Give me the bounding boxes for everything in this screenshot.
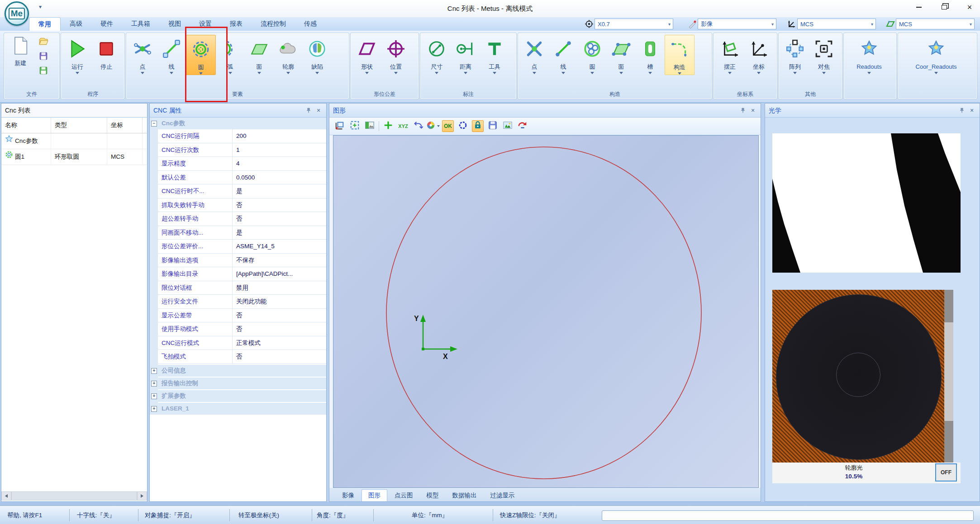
graphics-tab-item[interactable]: 数据输出 <box>446 490 483 501</box>
column-header[interactable]: 类型 <box>51 118 107 133</box>
property-row[interactable]: 超公差转手动否 <box>158 212 326 226</box>
confirm-ok-button[interactable]: OK <box>442 120 454 132</box>
construct-point-button[interactable]: 点 <box>520 35 549 75</box>
defect-feature-button[interactable]: 缺陷 <box>303 35 332 75</box>
coor-readouts-button[interactable]: Coor_Readouts <box>900 35 972 74</box>
dropdown-arrow-icon[interactable] <box>141 72 144 74</box>
line-feature-button[interactable]: 线 <box>157 35 186 75</box>
graphics-tab-item[interactable]: 点云图 <box>388 490 419 501</box>
minimize-button[interactable] <box>912 2 926 13</box>
table-row[interactable]: 圆1环形取圆MCS <box>1 149 147 165</box>
property-row[interactable]: 运行安全文件关闭此功能 <box>158 295 326 309</box>
status-crosshair-toggle[interactable]: 十字线:『关』 <box>77 506 115 524</box>
lock-view-button[interactable] <box>472 120 484 132</box>
open-file-button[interactable] <box>38 37 49 48</box>
coordinate-button[interactable]: 坐标 <box>744 35 773 74</box>
hscroll-thumb[interactable] <box>11 491 137 500</box>
column-header[interactable]: 坐标 <box>107 118 143 133</box>
xyz-readout-button[interactable]: XYZ <box>397 120 409 132</box>
dropdown-arrow-icon[interactable] <box>678 72 681 75</box>
tool-button[interactable]: 工具 <box>480 35 509 74</box>
cnc-list-hscrollbar[interactable] <box>1 491 147 500</box>
property-row[interactable]: CNC运行模式正常模式 <box>158 336 326 350</box>
property-row[interactable]: 限位对话框禁用 <box>158 281 326 295</box>
dropdown-arrow-icon[interactable] <box>435 72 438 74</box>
expand-icon[interactable]: + <box>151 381 157 387</box>
save-all-button[interactable] <box>38 66 49 77</box>
ribbon-tab[interactable]: 流程控制 <box>252 17 295 31</box>
save-file-button[interactable] <box>38 51 49 63</box>
dropdown-arrow-icon[interactable] <box>76 72 79 74</box>
ribbon-tab[interactable]: 传感 <box>295 17 326 31</box>
expand-icon[interactable]: + <box>151 368 157 374</box>
property-collapsed-section[interactable]: +公司信息 <box>150 365 326 377</box>
scene-view-button[interactable] <box>502 120 514 132</box>
collapse-icon[interactable]: − <box>151 121 157 127</box>
view-image-button[interactable] <box>364 120 376 132</box>
zoom-extents-button[interactable] <box>349 120 361 132</box>
dropdown-arrow-icon[interactable] <box>648 72 652 74</box>
dropdown-arrow-icon[interactable] <box>286 72 290 74</box>
graphics-tab-item[interactable]: 模型 <box>420 490 445 501</box>
add-cross-button[interactable] <box>382 120 394 132</box>
machine-coordinate-combo-box[interactable]: MCS▾ <box>797 19 876 29</box>
graphics-tab-active[interactable]: 图形 <box>362 489 387 501</box>
expand-icon[interactable]: + <box>151 393 157 399</box>
vscroll-thumb-top[interactable] <box>944 290 953 322</box>
array-pattern-button[interactable]: 阵列 <box>780 35 809 74</box>
panel-close-icon[interactable]: × <box>968 106 976 114</box>
property-row[interactable]: 使用手动模式否 <box>158 322 326 336</box>
new-file-button[interactable]: 新建 <box>8 36 33 67</box>
redo-arrow-button[interactable] <box>517 120 528 132</box>
run-button[interactable]: 运行 <box>63 35 92 74</box>
construct-circle-button[interactable]: 圆 <box>578 35 607 75</box>
dropdown-arrow-icon[interactable] <box>170 72 173 74</box>
property-collapsed-section[interactable]: +报告输出控制 <box>150 378 326 389</box>
ribbon-tab[interactable]: 工具箱 <box>122 17 159 31</box>
color-picker-button[interactable] <box>427 120 439 132</box>
property-row[interactable]: 影像输出选项不保存 <box>158 254 326 268</box>
column-header[interactable]: 名称 <box>1 118 51 133</box>
dropdown-arrow-icon[interactable] <box>728 72 732 74</box>
app-logo[interactable]: Me <box>5 1 29 26</box>
status-length-unit[interactable]: 单位:『mm』 <box>412 506 448 524</box>
plane-feature-button[interactable]: 面 <box>245 35 274 75</box>
contour-feature-button[interactable]: 轮廓 <box>274 35 303 75</box>
property-row[interactable]: CNC运行次数1 <box>158 143 326 157</box>
status-object-snap-toggle[interactable]: 对象捕捉:『开启』 <box>145 506 195 524</box>
status-angle-unit[interactable]: 角度:『度』 <box>317 506 349 524</box>
construct-generic-button[interactable]: 构造 <box>665 35 695 75</box>
graphics-tab-item[interactable]: 过滤显示 <box>484 490 521 501</box>
light-off-button[interactable]: OFF <box>935 463 957 482</box>
point-feature-button[interactable]: 点 <box>128 35 157 75</box>
pin-icon[interactable] <box>739 106 747 114</box>
dropdown-arrow-icon[interactable] <box>757 72 761 74</box>
property-row[interactable]: 显示公差带否 <box>158 309 326 323</box>
construct-plane-button[interactable]: 面 <box>607 35 636 75</box>
pin-icon[interactable] <box>304 106 313 114</box>
dimension-button[interactable]: 尺寸 <box>422 35 451 74</box>
stop-button[interactable]: 停止 <box>92 35 121 74</box>
ribbon-tab[interactable]: 常用 <box>29 17 61 31</box>
construct-line-button[interactable]: 线 <box>549 35 578 75</box>
zoom-region-button[interactable] <box>334 120 346 132</box>
dropdown-arrow-icon[interactable] <box>619 72 623 74</box>
camera-vscrollbar[interactable] <box>944 290 953 463</box>
dropdown-arrow-icon[interactable] <box>257 72 261 74</box>
dropdown-arrow-icon[interactable] <box>228 72 232 74</box>
dropdown-arrow-icon[interactable] <box>464 72 467 74</box>
dropdown-arrow-icon[interactable] <box>867 72 871 74</box>
magnification-combo-box[interactable]: X0.7▾ <box>595 19 673 29</box>
distance-button[interactable]: 距离 <box>451 35 480 74</box>
save-view-button[interactable] <box>487 120 499 132</box>
property-row[interactable]: CNC运行间隔200 <box>158 129 326 143</box>
restore-button[interactable] <box>937 2 951 13</box>
construct-slot-button[interactable]: 槽 <box>636 35 665 75</box>
pin-icon[interactable] <box>958 106 966 114</box>
status-polar-toggle[interactable]: 转至极坐标(关) <box>238 506 279 524</box>
shape-tolerance-button[interactable]: 形状 <box>352 35 381 74</box>
probe-combo-box[interactable]: 影像▾ <box>698 19 776 29</box>
vscroll-thumb-bottom[interactable] <box>944 421 953 463</box>
ribbon-tab[interactable]: 硬件 <box>91 17 122 31</box>
dropdown-arrow-icon[interactable] <box>315 72 319 74</box>
